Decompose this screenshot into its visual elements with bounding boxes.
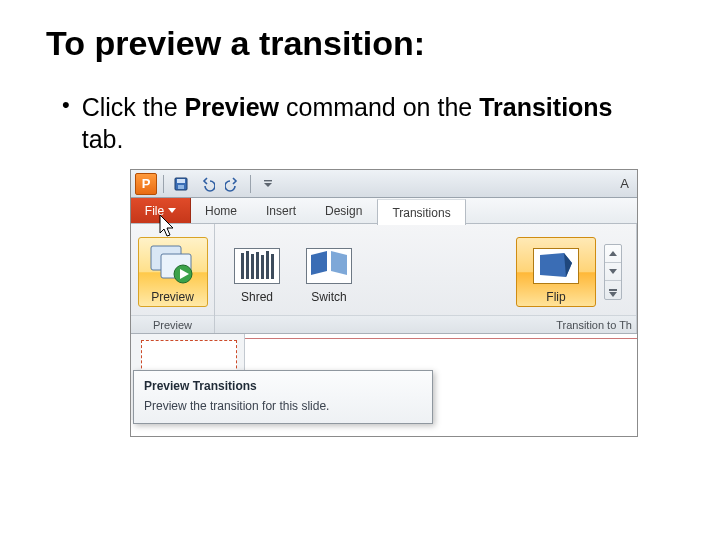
tooltip-title: Preview Transitions	[144, 379, 422, 393]
window-titlebar: P	[131, 170, 637, 198]
bullet-text-pre: Click the	[82, 93, 185, 121]
group-caption-label: Transition to Th	[556, 316, 632, 334]
flip-icon	[533, 248, 579, 284]
svg-rect-12	[261, 255, 264, 279]
app-badge-icon[interactable]: P	[135, 173, 157, 195]
transition-switch-label: Switch	[311, 290, 346, 304]
screenshot: P	[130, 169, 638, 437]
tab-home[interactable]: Home	[191, 198, 252, 223]
tab-design[interactable]: Design	[311, 198, 377, 223]
bullet-text: Click the Preview command on the Transit…	[82, 91, 642, 155]
preview-button-label: Preview	[151, 290, 194, 304]
preview-button[interactable]: Preview	[138, 237, 208, 307]
tab-file[interactable]: File	[131, 198, 191, 223]
save-icon	[173, 176, 189, 192]
tab-insert[interactable]: Insert	[252, 198, 311, 223]
gallery-scroll-down[interactable]	[605, 263, 621, 281]
bullet-text-bold-1: Preview	[185, 93, 280, 121]
ribbon: Preview Preview	[131, 224, 637, 334]
svg-rect-13	[266, 251, 269, 279]
undo-icon	[199, 176, 215, 192]
tab-transitions[interactable]: Transitions	[377, 199, 465, 225]
qat-separator-2	[250, 175, 251, 193]
svg-rect-1	[177, 179, 185, 183]
preview-icon	[149, 242, 197, 290]
shred-icon	[234, 248, 280, 284]
bullet-item: • Click the Preview command on the Trans…	[62, 91, 680, 155]
ribbon-group-transition-gallery: Shred Switch	[215, 224, 637, 333]
chevron-down-icon	[609, 269, 617, 274]
bullet-dot-icon: •	[62, 91, 70, 119]
transition-flip-label: Flip	[546, 290, 565, 304]
bullet-text-post: tab.	[82, 125, 124, 153]
qat-redo-button[interactable]	[222, 174, 244, 194]
gallery-more[interactable]	[605, 281, 621, 299]
switch-icon	[306, 248, 352, 284]
gallery-scroll[interactable]	[604, 244, 622, 300]
window-title-fragment: A	[620, 176, 633, 191]
ribbon-group-preview: Preview Preview	[131, 224, 215, 333]
gallery-scroll-up[interactable]	[605, 245, 621, 263]
svg-rect-2	[178, 185, 184, 189]
transition-flip[interactable]: Flip	[516, 237, 596, 307]
tooltip-body: Preview the transition for this slide.	[144, 399, 422, 413]
svg-marker-15	[311, 251, 327, 275]
svg-marker-16	[331, 251, 347, 275]
qat-customize-button[interactable]	[257, 174, 279, 194]
qat-save-button[interactable]	[170, 174, 192, 194]
tab-file-label: File	[145, 204, 164, 218]
svg-rect-3	[264, 180, 272, 181]
tooltip: Preview Transitions Preview the transiti…	[133, 370, 433, 424]
transition-shred[interactable]: Shred	[225, 237, 289, 307]
chevron-up-icon	[609, 251, 617, 256]
svg-rect-14	[271, 254, 274, 279]
ruler-line	[245, 338, 637, 339]
more-icon	[609, 289, 617, 291]
group-caption-label: Preview	[153, 316, 192, 334]
ribbon-group-transition-caption: Transition to Th	[215, 315, 636, 333]
svg-rect-11	[256, 252, 259, 279]
bullet-text-mid: command on the	[279, 93, 479, 121]
chevron-down-icon	[168, 208, 176, 213]
redo-icon	[225, 176, 241, 192]
svg-rect-9	[246, 251, 249, 279]
qat-undo-button[interactable]	[196, 174, 218, 194]
bullet-text-bold-2: Transitions	[479, 93, 612, 121]
svg-rect-8	[241, 253, 244, 279]
chevron-down-icon	[263, 179, 273, 189]
transition-shred-label: Shred	[241, 290, 273, 304]
ribbon-group-preview-caption: Preview	[131, 315, 214, 333]
qat-separator	[163, 175, 164, 193]
ribbon-tabs: File Home Insert Design Transitions	[131, 198, 637, 224]
slide-title: To preview a transition:	[46, 24, 680, 63]
svg-rect-10	[251, 254, 254, 279]
transition-switch[interactable]: Switch	[297, 237, 361, 307]
